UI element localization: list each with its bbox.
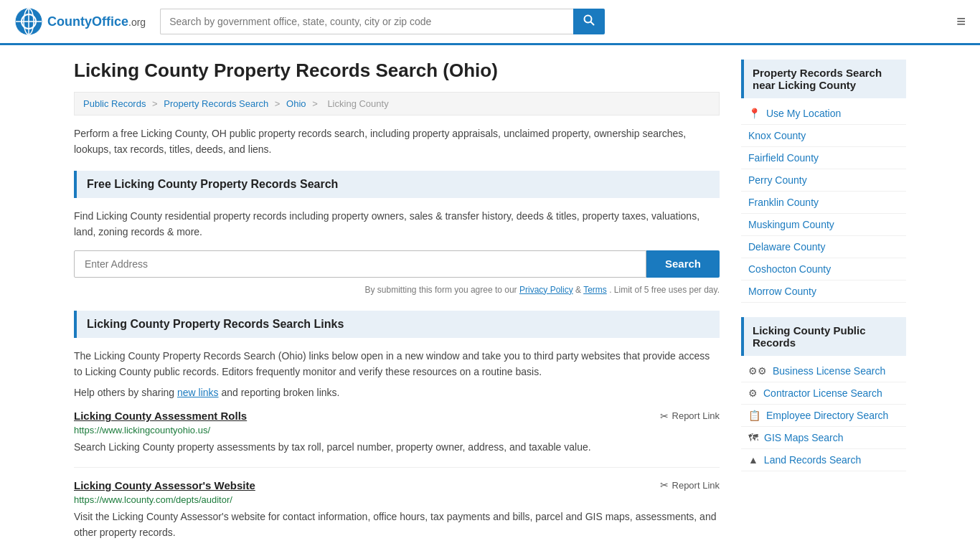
land-icon: ▲ [748,454,758,466]
search-icon [583,14,595,26]
link-item-0-desc: Search Licking County property assessmen… [74,439,720,455]
help-text: Help others by sharing [74,387,174,398]
logo-text-wrap: CountyOffice.org [47,14,146,29]
sidebar-nearby-box: Property Records Search near Licking Cou… [741,60,906,303]
breadcrumb-sep-2: > [275,98,283,109]
report-link-button-0[interactable]: ✂ Report Link [660,410,720,422]
gear2-icon: ⚙⚙ [748,365,767,377]
knox-county-link[interactable]: Knox County [748,130,806,141]
logo-domain: .org [128,17,146,28]
disclaimer-text: By submitting this form you agree to our [365,285,517,295]
privacy-policy-link[interactable]: Privacy Policy [519,285,573,295]
logo-link[interactable]: CountyOffice.org [14,7,146,36]
sidebar-item-muskingum[interactable]: Muskingum County [741,214,906,236]
page-title: Licking County Property Records Search (… [74,60,720,82]
sidebar-item-franklin[interactable]: Franklin County [741,192,906,214]
sidebar-item-business-license[interactable]: ⚙⚙ Business License Search [741,360,906,382]
logo-brand: County [47,14,92,29]
logo-office: Office [92,14,128,29]
gis-maps-link[interactable]: GIS Maps Search [764,432,844,443]
sidebar-item-employee-directory[interactable]: 📋 Employee Directory Search [741,405,906,427]
book-icon: 📋 [748,410,760,421]
address-search-row: Search [74,250,720,278]
site-header: CountyOffice.org ≡ [0,0,980,45]
map-icon: 🗺 [748,432,758,443]
global-search-input[interactable] [160,9,573,34]
breadcrumb-sep-1: > [152,98,160,109]
land-records-link[interactable]: Land Records Search [764,454,861,466]
sidebar-item-morrow[interactable]: Morrow County [741,281,906,303]
free-search-header: Free Licking County Property Records Sea… [74,171,720,198]
terms-link[interactable]: Terms [583,285,607,295]
coshocton-county-link[interactable]: Coshocton County [748,263,831,275]
report-link-label-0: Report Link [672,410,720,421]
links-section-description: The Licking County Property Records Sear… [74,348,720,380]
breadcrumb-sep-3: > [312,98,320,109]
help-text2-val: and reporting broken links. [221,387,339,398]
links-section: Licking County Property Records Search L… [74,311,720,551]
link-item-0: Licking County Assessment Rolls ✂ Report… [74,410,720,467]
link-item-1-title: Licking County Assessor's Website [74,479,255,491]
franklin-county-link[interactable]: Franklin County [748,197,819,208]
morrow-county-link[interactable]: Morrow County [748,286,816,297]
link-item-1-url: https://www.lcounty.com/depts/auditor/ [74,494,720,505]
link-item-1: Licking County Assessor's Website ✂ Repo… [74,479,720,551]
location-icon: 📍 [748,108,760,119]
help-line: Help others by sharing new links and rep… [74,387,720,398]
page-wrap: Licking County Property Records Search (… [60,45,920,551]
link-item-0-title-link[interactable]: Licking County Assessment Rolls [74,410,247,422]
sidebar-public-records-box: Licking County Public Records ⚙⚙ Busines… [741,317,906,471]
breadcrumb-current: Licking County [327,98,388,109]
delaware-county-link[interactable]: Delaware County [748,241,825,253]
logo-icon [14,7,43,36]
sidebar-item-contractor-license[interactable]: ⚙ Contractor License Search [741,382,906,405]
perry-county-link[interactable]: Perry County [748,174,807,186]
form-disclaimer: By submitting this form you agree to our… [74,283,720,296]
global-search-bar [160,9,605,34]
sidebar-item-knox[interactable]: Knox County [741,125,906,147]
link-item-1-desc: Visit the Licking County Assessor's webs… [74,509,720,541]
disclaimer-and: & [575,285,583,295]
breadcrumb-ohio[interactable]: Ohio [286,98,306,109]
page-description: Perform a free Licking County, OH public… [74,126,720,158]
sidebar-item-land-records[interactable]: ▲ Land Records Search [741,449,906,471]
link-item-1-title-link[interactable]: Licking County Assessor's Website [74,479,255,491]
breadcrumb-public-records[interactable]: Public Records [83,98,146,109]
gear1-icon: ⚙ [748,387,758,399]
breadcrumb: Public Records > Property Records Search… [74,92,720,116]
hamburger-button[interactable]: ≡ [956,12,966,31]
global-search-button[interactable] [573,9,605,34]
link-item-0-url: https://www.lickingcountyohio.us/ [74,425,720,435]
muskingum-county-link[interactable]: Muskingum County [748,219,834,230]
sidebar-item-gis-maps[interactable]: 🗺 GIS Maps Search [741,427,906,449]
sidebar: Property Records Search near Licking Cou… [741,60,906,551]
free-search-description: Find Licking County residential property… [74,208,720,240]
business-license-link[interactable]: Business License Search [773,365,885,377]
fairfield-county-link[interactable]: Fairfield County [748,152,819,164]
links-section-header: Licking County Property Records Search L… [74,311,720,338]
breadcrumb-property-records-search[interactable]: Property Records Search [164,98,268,109]
sidebar-public-records-header: Licking County Public Records [741,317,906,356]
report-link-label-1: Report Link [672,480,720,491]
sidebar-nearby-header: Property Records Search near Licking Cou… [741,60,906,98]
sidebar-item-perry[interactable]: Perry County [741,169,906,192]
link-item-1-header: Licking County Assessor's Website ✂ Repo… [74,479,720,491]
contractor-license-link[interactable]: Contractor License Search [763,387,882,399]
address-search-button[interactable]: Search [646,250,720,278]
address-input[interactable] [74,250,646,278]
sidebar-item-use-my-location[interactable]: 📍 Use My Location [741,103,906,125]
report-icon-1: ✂ [660,479,669,491]
disclaimer-limit: . Limit of 5 free uses per day. [609,285,720,295]
use-my-location-link[interactable]: Use My Location [766,108,841,119]
free-search-section: Free Licking County Property Records Sea… [74,171,720,296]
new-links-link[interactable]: new links [177,387,219,398]
sidebar-item-delaware[interactable]: Delaware County [741,236,906,258]
link-item-0-header: Licking County Assessment Rolls ✂ Report… [74,410,720,422]
sidebar-item-fairfield[interactable]: Fairfield County [741,147,906,169]
report-link-button-1[interactable]: ✂ Report Link [660,479,720,491]
svg-line-6 [591,22,594,25]
link-item-0-title: Licking County Assessment Rolls [74,410,247,422]
employee-directory-link[interactable]: Employee Directory Search [766,410,888,421]
sidebar-item-coshocton[interactable]: Coshocton County [741,258,906,281]
report-icon-0: ✂ [660,410,669,422]
